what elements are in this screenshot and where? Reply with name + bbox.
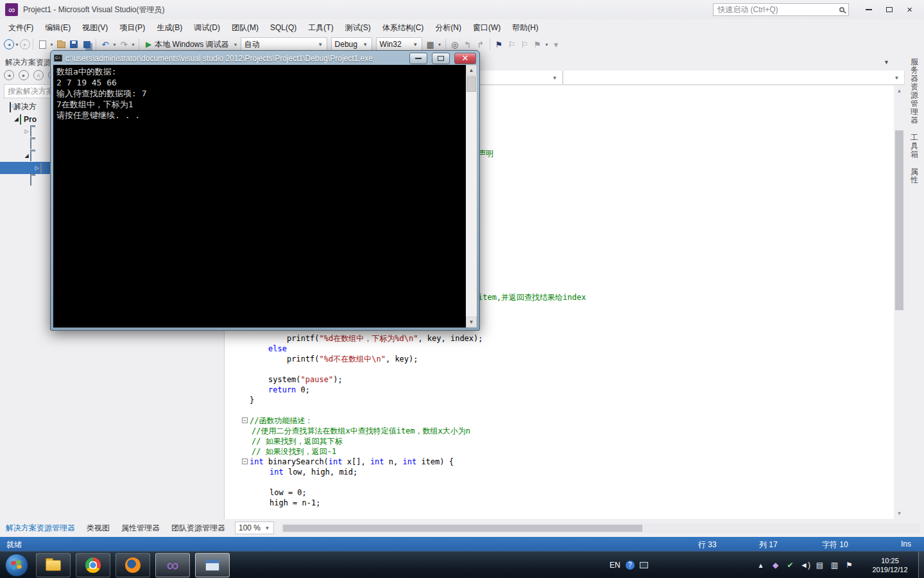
- menu-item[interactable]: 生成(B): [151, 19, 188, 37]
- collapsed-arrow-icon[interactable]: ▷: [33, 165, 40, 171]
- navigate-forward-icon[interactable]: ▸: [20, 39, 30, 49]
- scroll-down-icon[interactable]: ▼: [894, 508, 905, 519]
- language-bar[interactable]: EN ?: [610, 552, 648, 578]
- console-minimize-button[interactable]: [409, 53, 427, 64]
- navigate-back-icon[interactable]: ◂: [4, 39, 14, 49]
- configuration-combo[interactable]: Debug▼: [331, 37, 372, 51]
- hidden-icons-chevron-icon[interactable]: ▴: [756, 561, 766, 570]
- console-maximize-button[interactable]: [432, 53, 450, 64]
- platform-combo[interactable]: Win32▼: [376, 37, 422, 51]
- open-file-icon[interactable]: [55, 38, 67, 51]
- chevron-down-icon[interactable]: ▾: [14, 42, 20, 48]
- new-file-icon[interactable]: [37, 38, 48, 51]
- console-window[interactable]: c:\users\administrator\documents\visual …: [50, 50, 480, 331]
- members-dropdown[interactable]: ▼: [563, 71, 905, 85]
- quick-launch-search[interactable]: 快速启动 (Ctrl+Q): [713, 3, 849, 16]
- language-indicator[interactable]: EN: [610, 561, 620, 570]
- expanded-arrow-icon[interactable]: ◢: [13, 116, 20, 122]
- debug-target-combo[interactable]: 自动▼: [241, 37, 327, 51]
- bottom-tab[interactable]: 团队资源管理器: [166, 523, 231, 534]
- fold-marker-icon[interactable]: −: [242, 459, 248, 464]
- minimize-button[interactable]: [866, 9, 872, 10]
- menu-item[interactable]: 视图(V): [76, 19, 114, 37]
- right-tab-1[interactable]: 服务器资源管理器: [911, 58, 918, 125]
- save-all-icon[interactable]: [81, 38, 92, 51]
- security-tray-icon[interactable]: ✔: [785, 561, 795, 570]
- taskbar-console-app-button[interactable]: [195, 553, 230, 577]
- menu-item[interactable]: 帮助(H): [506, 19, 544, 37]
- menu-item[interactable]: 窗口(W): [467, 19, 506, 37]
- scrollbar-thumb[interactable]: [895, 130, 903, 310]
- right-tab-3[interactable]: 属性: [911, 168, 918, 184]
- menu-item[interactable]: SQL(Q): [264, 20, 302, 35]
- undo-icon[interactable]: ↶: [99, 38, 111, 51]
- menu-item[interactable]: 项目(P): [114, 19, 151, 37]
- bottom-tab[interactable]: 类视图: [81, 523, 116, 534]
- code-analysis-icon[interactable]: ▦: [425, 38, 436, 51]
- taskbar-clock[interactable]: 10:25 2019/12/12: [865, 552, 915, 578]
- menu-item[interactable]: 团队(M): [226, 19, 264, 37]
- show-desktop-button[interactable]: [918, 552, 924, 578]
- taskbar-visual-studio-button[interactable]: ∞: [155, 553, 190, 577]
- action-center-flag-icon[interactable]: ⚑: [844, 561, 854, 570]
- network-icon[interactable]: ▤: [815, 561, 825, 570]
- ime-help-icon[interactable]: ?: [626, 561, 635, 570]
- toolbar-options-icon[interactable]: ▾: [551, 38, 562, 51]
- right-tab-2[interactable]: 工具箱: [911, 134, 918, 159]
- back-icon[interactable]: ◂: [4, 70, 14, 80]
- console-close-button[interactable]: ✕: [454, 53, 476, 64]
- taskbar-firefox-button[interactable]: [116, 553, 150, 577]
- toggle-bookmark-icon[interactable]: ⚑: [493, 38, 505, 51]
- chevron-down-icon[interactable]: ▾: [544, 42, 550, 48]
- chevron-down-icon[interactable]: ▾: [130, 42, 136, 48]
- navigate-backward-edit-icon[interactable]: ↰: [462, 38, 474, 51]
- document-list-dropdown-icon[interactable]: ▼: [884, 59, 889, 66]
- chevron-down-icon[interactable]: ▾: [437, 42, 443, 48]
- editor-vertical-scrollbar[interactable]: ▲ ▼: [894, 85, 905, 519]
- navigate-forward-edit-icon[interactable]: ↱: [475, 38, 486, 51]
- taskbar-explorer-button[interactable]: [36, 553, 71, 577]
- title-bar[interactable]: ∞ Project1 - Microsoft Visual Studio(管理员…: [0, 0, 924, 19]
- console-scrollbar[interactable]: ▲ ▼: [466, 65, 477, 328]
- fold-marker-icon[interactable]: −: [242, 417, 248, 423]
- close-button[interactable]: ×: [907, 6, 912, 13]
- volume-icon[interactable]: ◄): [800, 561, 810, 570]
- zoom-selector[interactable]: 100 % ▼: [235, 521, 274, 534]
- bottom-tab[interactable]: 属性管理器: [116, 523, 166, 534]
- collapsed-arrow-icon[interactable]: ▷: [23, 128, 30, 134]
- scroll-down-icon[interactable]: ▼: [466, 317, 477, 328]
- home-icon[interactable]: ⌂: [33, 70, 44, 80]
- menu-item[interactable]: 文件(F): [3, 19, 39, 37]
- chevron-down-icon[interactable]: ▾: [49, 42, 55, 48]
- taskbar-chrome-button[interactable]: [76, 553, 110, 577]
- console-title-bar[interactable]: c:\users\administrator\documents\visual …: [51, 51, 479, 64]
- scroll-up-icon[interactable]: ▲: [894, 85, 905, 96]
- next-bookmark-icon[interactable]: ⚐: [519, 38, 531, 51]
- start-debugging-button[interactable]: ▶本地 Windows 调试器: [142, 37, 233, 51]
- menu-item[interactable]: 工具(T): [302, 19, 339, 37]
- scrollbar-thumb[interactable]: [283, 525, 642, 532]
- menu-item[interactable]: 体系结构(C): [377, 19, 430, 37]
- find-in-files-icon[interactable]: ◎: [449, 38, 461, 51]
- save-icon[interactable]: [68, 38, 80, 51]
- menu-item[interactable]: 编辑(E): [39, 19, 76, 37]
- scroll-up-icon[interactable]: ▲: [466, 65, 477, 76]
- menu-item[interactable]: 分析(N): [429, 19, 467, 37]
- redo-icon[interactable]: ↷: [118, 38, 130, 51]
- editor-horizontal-scrollbar[interactable]: [282, 523, 920, 533]
- scrollbar-thumb[interactable]: [466, 76, 476, 92]
- restore-button[interactable]: [886, 7, 893, 12]
- chevron-down-icon[interactable]: ▾: [233, 42, 239, 48]
- bottom-tab[interactable]: 解决方案资源管理器: [0, 523, 81, 534]
- printer-icon[interactable]: ▥: [830, 561, 839, 570]
- previous-bookmark-icon[interactable]: ⚐: [506, 38, 518, 51]
- clear-bookmarks-icon[interactable]: ⚑: [532, 38, 543, 51]
- keyboard-icon[interactable]: [640, 562, 648, 568]
- forward-icon[interactable]: ▸: [19, 70, 29, 80]
- expanded-arrow-icon[interactable]: ◢: [23, 153, 30, 159]
- start-button[interactable]: [5, 554, 28, 577]
- menu-item[interactable]: 测试(S): [339, 19, 377, 37]
- menu-item[interactable]: 调试(D): [188, 19, 226, 37]
- debugger-tray-icon[interactable]: ◆: [771, 561, 780, 570]
- chevron-down-icon[interactable]: ▾: [112, 42, 117, 48]
